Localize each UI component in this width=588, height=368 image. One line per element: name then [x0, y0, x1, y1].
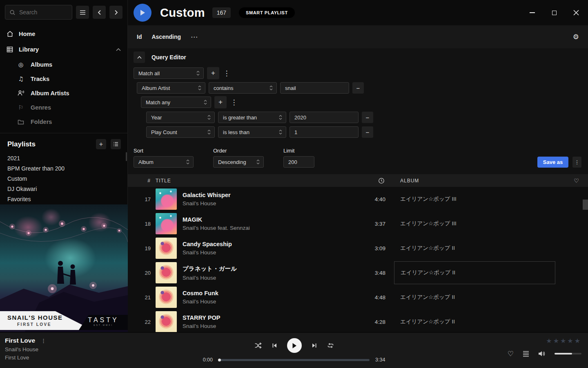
rule-operator-select[interactable]: is greater than: [218, 112, 286, 123]
rule-field-select[interactable]: Album Artist: [137, 82, 205, 94]
add-playlist-button[interactable]: +: [96, 139, 106, 149]
previous-button[interactable]: [272, 343, 277, 348]
rule-field-select[interactable]: Play Count: [146, 126, 215, 138]
smart-playlist-badge: SMART PLAYLIST: [239, 7, 295, 18]
track-list: 17 Galactic Whisper Snail’s House 4:40 エ…: [128, 187, 588, 332]
track-artist: Snail’s House: [183, 249, 343, 256]
save-menu-button[interactable]: ⋮: [572, 157, 581, 168]
play-button[interactable]: [287, 338, 302, 353]
minimize-button[interactable]: [526, 7, 538, 19]
back-button[interactable]: [93, 6, 106, 19]
rule-value-input[interactable]: [280, 82, 349, 94]
collapse-query-editor-button[interactable]: [134, 52, 145, 63]
favorite-button[interactable]: ♡: [508, 350, 514, 358]
volume-slider[interactable]: [555, 353, 581, 355]
select-chevrons-icon: [204, 100, 207, 105]
table-row[interactable]: 17 Galactic Whisper Snail’s House 4:40 エ…: [128, 187, 588, 211]
group-menu-button[interactable]: ⋮: [223, 67, 231, 79]
table-row[interactable]: 19 Candy Spaceship Snail’s House 3:09 エイ…: [128, 236, 588, 260]
playlist-item[interactable]: Custom: [0, 174, 127, 184]
track-album-cell: エイリアン☆ポップ II: [385, 261, 565, 284]
add-rule-button[interactable]: +: [214, 96, 227, 108]
shuffle-button[interactable]: [254, 342, 262, 349]
search-field[interactable]: [19, 9, 64, 16]
table-row[interactable]: 21 Cosmo Funk Snail’s House 4:48 エイリアン☆ポ…: [128, 285, 588, 310]
add-rule-button[interactable]: +: [207, 67, 219, 79]
rule-value-input[interactable]: [290, 112, 359, 123]
group-menu-button[interactable]: ⋮: [230, 96, 238, 108]
sidebar-item-label: Album Artists: [31, 90, 69, 96]
match-mode-select[interactable]: Match any: [141, 96, 211, 108]
sidebar-item-library[interactable]: Library: [0, 42, 127, 57]
track-artist: Snail’s House: [183, 200, 343, 206]
list-icon: [113, 142, 118, 146]
repeat-button[interactable]: [327, 342, 334, 349]
now-playing-artwork: SNAIL'S HOUSE FIRST LOVE TASTY EST.MMXI: [0, 204, 128, 332]
seek-knob[interactable]: [218, 359, 221, 361]
match-mode-select[interactable]: Match all: [134, 67, 204, 79]
duration-column-header[interactable]: [343, 177, 385, 184]
remove-rule-button[interactable]: −: [362, 126, 373, 138]
page-title: Custom: [160, 6, 205, 20]
maximize-button[interactable]: [548, 7, 560, 19]
chevron-left-icon: [98, 10, 101, 15]
track-title: STARRY POP: [183, 314, 343, 321]
play-playlist-button[interactable]: [134, 4, 151, 22]
track-title: Galactic Whisper: [183, 192, 343, 198]
sort-toolbar: Id Ascending ⋯ ⚙: [128, 25, 588, 48]
sidebar-scrollbar[interactable]: [126, 152, 127, 161]
order-select[interactable]: Descending: [213, 156, 264, 168]
sort-order-button[interactable]: Ascending: [151, 34, 181, 40]
track-thumbnail: [156, 188, 177, 210]
playlist-item[interactable]: 2021: [0, 153, 127, 164]
sidebar-item-tracks[interactable]: ♫ Tracks: [0, 72, 127, 86]
album-edit-field[interactable]: エイリアン☆ポップ II: [394, 261, 555, 284]
sidebar-item-albums[interactable]: ◎ Albums: [0, 57, 127, 72]
column-header-album[interactable]: ALBUM: [385, 178, 565, 184]
table-row[interactable]: 22 STARRY POP Snail’s House 4:28 エイリアン☆ポ…: [128, 310, 588, 332]
sort-field-button[interactable]: Id: [137, 34, 142, 40]
volume-button[interactable]: [538, 350, 546, 357]
save-as-button[interactable]: Save as: [537, 157, 568, 168]
remove-rule-button[interactable]: −: [352, 82, 364, 94]
remove-rule-button[interactable]: −: [362, 112, 373, 123]
sidebar-item-genres[interactable]: ⚐ Genres: [0, 100, 127, 114]
gear-icon[interactable]: ⚙: [573, 33, 579, 41]
track-duration: 4:48: [343, 294, 385, 301]
menu-button[interactable]: [76, 6, 89, 19]
scrollbar-thumb[interactable]: [583, 200, 588, 210]
forward-button[interactable]: [109, 6, 122, 19]
column-header-title[interactable]: TITLE: [156, 178, 343, 184]
track-title: プラネット・ガール: [183, 265, 343, 273]
rule-operator-select[interactable]: contains: [209, 82, 277, 94]
seek-bar[interactable]: [218, 359, 370, 361]
tracks-icon: ♫: [17, 76, 24, 82]
favorite-column-header[interactable]: ♡: [565, 177, 588, 184]
playlist-list-button[interactable]: [111, 139, 121, 149]
playlist-item[interactable]: BPM Greater than 200: [0, 164, 127, 174]
maximize-icon: [552, 11, 557, 15]
close-button[interactable]: [570, 7, 582, 19]
minimize-icon: [530, 12, 535, 13]
rule-operator-select[interactable]: is less than: [218, 126, 286, 138]
sidebar-item-home[interactable]: Home: [0, 26, 127, 42]
sidebar-item-folders[interactable]: Folders: [0, 114, 127, 129]
rule-value-input[interactable]: [290, 126, 359, 138]
volume-fill: [555, 353, 572, 355]
sort-select[interactable]: Album: [134, 156, 194, 168]
track-artist: Snail’s House: [183, 323, 343, 329]
queue-button[interactable]: [523, 351, 529, 357]
playlist-item[interactable]: Favorites: [0, 194, 127, 204]
sidebar-item-album-artists[interactable]: Album Artists: [0, 86, 127, 100]
rule-field-select[interactable]: Year: [146, 112, 215, 123]
search-input[interactable]: [5, 5, 72, 20]
next-button[interactable]: [312, 343, 317, 348]
table-row[interactable]: 20 プラネット・ガール Snail’s House 3:48 エイリアン☆ポッ…: [128, 260, 588, 285]
track-artist: Snail’s House: [183, 298, 343, 305]
column-header-number[interactable]: #: [128, 178, 151, 184]
limit-input[interactable]: [283, 156, 314, 168]
table-row[interactable]: 18 MAGIK Snail’s House feat. Sennzai 3:3…: [128, 211, 588, 236]
rating-stars[interactable]: ★★★★★: [508, 337, 581, 345]
playlist-item[interactable]: DJ Okawari: [0, 184, 127, 194]
more-options-button[interactable]: ⋯: [191, 33, 198, 41]
